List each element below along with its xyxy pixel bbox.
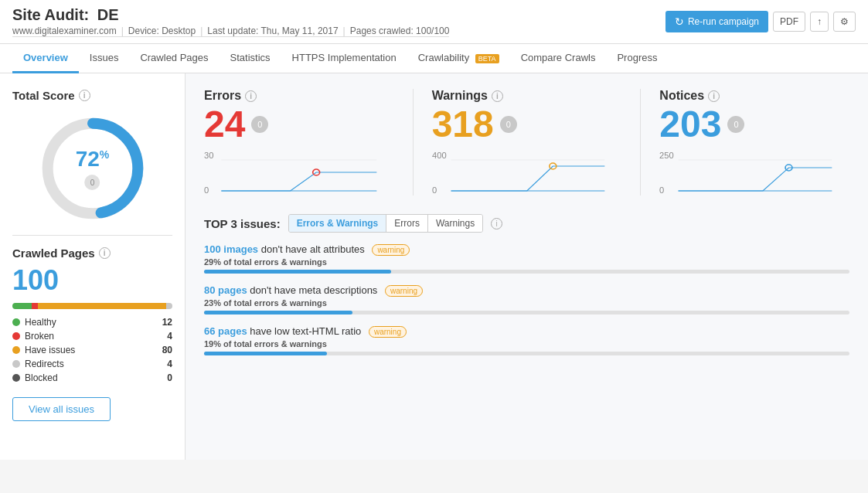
score-cards: Errors i 24 0 30 0 [204, 89, 849, 196]
filter-tabs: Errors & Warnings Errors Warnings [288, 214, 484, 233]
notices-badge: 0 [727, 116, 744, 133]
warnings-card: Warnings i 318 0 400 0 [432, 89, 642, 196]
issue-title-1: 100 images don't have alt attributes war… [204, 243, 849, 255]
tab-crawled-pages[interactable]: Crawled Pages [129, 44, 219, 73]
warnings-chart-svg: 400 0 [432, 149, 622, 196]
filter-errors[interactable]: Errors [386, 215, 428, 232]
sep1: | [121, 26, 124, 36]
tab-compare[interactable]: Compare Crawls [510, 44, 607, 73]
warnings-value: 318 [432, 106, 494, 143]
site-url: www.digitalexaminer.com [12, 26, 117, 36]
dot-healthy [12, 318, 20, 326]
page-title: Site Audit: DE [12, 6, 449, 24]
crawled-pages-info-icon[interactable]: i [99, 247, 111, 259]
total-score-info-icon[interactable]: i [79, 90, 90, 101]
notices-chart: 250 0 [659, 149, 849, 196]
svg-text:0: 0 [204, 186, 209, 195]
rerun-button[interactable]: ↻ Re-run campaign [665, 11, 768, 32]
health-bar-redirects [166, 303, 172, 309]
issue-bar-1 [204, 270, 391, 274]
title-site: DE [97, 6, 119, 23]
issue-link-3[interactable]: 66 pages [204, 325, 247, 337]
tab-https[interactable]: HTTPS Implementation [281, 44, 407, 73]
right-panel: Errors i 24 0 30 0 [186, 73, 868, 460]
top3-section: TOP 3 issues: Errors & Warnings Errors W… [204, 214, 849, 355]
health-bar-broken [32, 303, 38, 309]
device-info: Device: Desktop [128, 26, 196, 36]
warnings-chart: 400 0 [432, 149, 622, 196]
sub-header: www.digitalexaminer.com | Device: Deskto… [12, 26, 449, 37]
legend-count-healthy: 12 [162, 317, 172, 328]
tab-statistics[interactable]: Statistics [220, 44, 281, 73]
legend-count-blocked: 0 [167, 372, 172, 383]
issue-desc-text-1: don't have alt attributes [261, 243, 365, 255]
title-prefix: Site Audit: [12, 6, 89, 23]
issue-sub-3: 19% of total errors & warnings [204, 339, 849, 348]
donut-chart-container: 72% 0 [12, 114, 172, 223]
warnings-info-icon[interactable]: i [492, 90, 503, 102]
notices-title: Notices i [659, 89, 849, 103]
filter-warnings[interactable]: Warnings [428, 215, 482, 232]
dot-broken [12, 332, 20, 340]
legend-count-issues: 80 [162, 345, 172, 355]
top3-info-icon[interactable]: i [491, 218, 502, 230]
beta-badge: BETA [475, 54, 499, 63]
legend-label-broken: Broken [25, 331, 54, 342]
issue-sub-1: 29% of total errors & warnings [204, 257, 849, 267]
legend-label-healthy: Healthy [25, 317, 56, 328]
issue-desc-text-3: have low text-HTML ratio [250, 325, 361, 337]
filter-errors-warnings[interactable]: Errors & Warnings [289, 215, 387, 232]
top-header: Site Audit: DE www.digitalexaminer.com |… [0, 0, 868, 44]
issue-link-1[interactable]: 100 images [204, 243, 258, 255]
tab-progress[interactable]: Progress [606, 44, 668, 73]
errors-card: Errors i 24 0 30 0 [204, 89, 414, 196]
errors-info-icon[interactable]: i [245, 90, 257, 102]
errors-title: Errors i [204, 89, 394, 103]
legend-label-blocked: Blocked [25, 372, 58, 383]
rerun-icon: ↻ [675, 15, 684, 28]
warnings-badge: 0 [500, 116, 517, 133]
legend-broken: Broken 4 [12, 331, 172, 342]
pdf-button[interactable]: PDF [773, 12, 805, 32]
notices-info-icon[interactable]: i [708, 90, 720, 102]
rerun-label: Re-run campaign [688, 16, 759, 27]
pages-crawled: Pages crawled: 100/100 [350, 26, 450, 36]
issue-bar-container-2 [204, 311, 849, 314]
health-bar-healthy [12, 303, 32, 309]
issue-badge-1: warning [372, 244, 410, 256]
export-button[interactable]: ↑ [810, 12, 829, 32]
issue-title-2: 80 pages don't have meta descriptions wa… [204, 284, 849, 296]
svg-text:0: 0 [432, 186, 437, 195]
dot-redirects [12, 360, 20, 368]
header-actions: ↻ Re-run campaign PDF ↑ ⚙ [665, 11, 856, 32]
view-all-issues-button[interactable]: View all issues [12, 397, 111, 421]
notices-value: 203 [659, 106, 721, 143]
total-score-title: Total Score i [12, 89, 172, 102]
notices-chart-svg: 250 0 [659, 149, 849, 196]
warnings-num-row: 318 0 [432, 106, 622, 143]
last-update: Last update: Thu, May 11, 2017 [207, 26, 338, 36]
errors-num-row: 24 0 [204, 106, 394, 143]
issue-link-2[interactable]: 80 pages [204, 284, 247, 296]
legend-label-redirects: Redirects [25, 359, 64, 369]
legend-blocked: Blocked 0 [12, 372, 172, 383]
health-bar-issues [38, 303, 166, 309]
legend-count-redirects: 4 [167, 359, 172, 369]
main-content: Total Score i 72% 0 Crawled Pages i 100 [0, 73, 868, 460]
legend-have-issues: Have issues 80 [12, 345, 172, 355]
issue-row-3: 66 pages have low text-HTML ratio warnin… [204, 325, 849, 355]
dot-issues [12, 346, 20, 354]
notices-card: Notices i 203 0 250 0 [659, 89, 849, 196]
legend-count-broken: 4 [167, 331, 172, 342]
settings-button[interactable]: ⚙ [833, 12, 856, 32]
tab-issues[interactable]: Issues [79, 44, 130, 73]
top3-title: TOP 3 issues: [204, 217, 281, 230]
tab-crawlability[interactable]: Crawlability BETA [407, 44, 510, 73]
legend-healthy: Healthy 12 [12, 317, 172, 328]
tab-overview[interactable]: Overview [12, 44, 79, 73]
nav-tabs: Overview Issues Crawled Pages Statistics… [0, 44, 868, 73]
sep3: | [343, 26, 345, 36]
divider1 [12, 235, 172, 236]
svg-text:0: 0 [659, 186, 664, 195]
svg-text:400: 400 [432, 151, 447, 160]
